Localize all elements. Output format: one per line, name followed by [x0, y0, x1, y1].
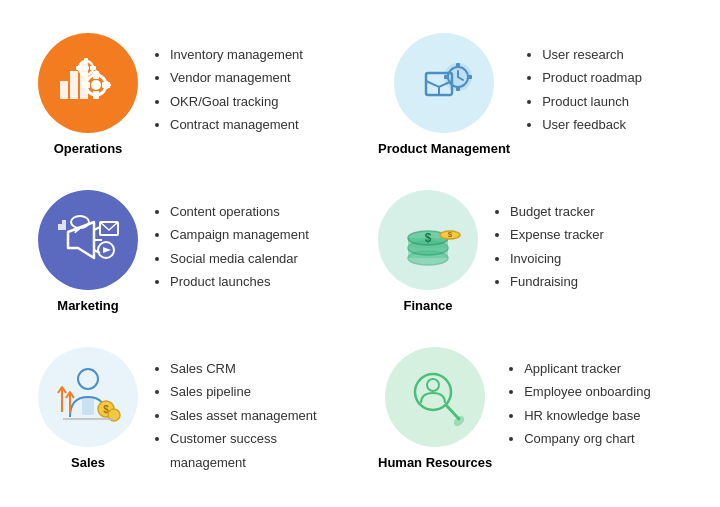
list-item: OKR/Goal tracking — [170, 90, 303, 113]
list-item: Product roadmap — [542, 66, 642, 89]
svg-rect-46 — [82, 397, 94, 415]
product-icon-circle — [394, 33, 494, 133]
list-item: Social media calendar — [170, 247, 309, 270]
svg-text:$: $ — [448, 230, 453, 239]
list-item: Expense tracker — [510, 223, 604, 246]
list-item: Sales CRM — [170, 357, 342, 380]
operations-list: Inventory management Vendor management O… — [152, 43, 303, 137]
operations-label: Operations — [54, 141, 123, 156]
list-item: Sales asset management — [170, 404, 342, 427]
finance-list: Budget tracker Expense tracker Invoicing… — [492, 200, 604, 294]
svg-rect-16 — [90, 66, 96, 70]
finance-icon-circle: $ $ — [378, 190, 478, 290]
icon-area-product: Product Management — [378, 33, 510, 156]
list-item: Applicant tracker — [524, 357, 650, 380]
hr-label: Human Resources — [378, 455, 492, 470]
svg-rect-0 — [60, 81, 68, 99]
svg-rect-13 — [84, 58, 88, 64]
card-sales: $ Sales Sales CRM Sales pipeline Sales a… — [30, 335, 350, 486]
marketing-list: Content operations Campaign management S… — [152, 200, 309, 294]
svg-rect-26 — [467, 75, 472, 79]
sales-icon-circle: $ — [38, 347, 138, 447]
product-icon — [404, 43, 484, 123]
svg-rect-14 — [84, 72, 88, 78]
card-human-resources: Human Resources Applicant tracker Employ… — [370, 335, 690, 486]
marketing-icon — [48, 200, 128, 280]
list-item: Fundraising — [510, 270, 604, 293]
svg-line-55 — [446, 405, 459, 419]
svg-point-54 — [427, 379, 439, 391]
svg-rect-36 — [58, 224, 62, 230]
list-item: Customer success management — [170, 427, 342, 474]
svg-rect-24 — [456, 86, 460, 91]
sales-label: Sales — [71, 455, 105, 470]
svg-rect-7 — [82, 82, 90, 88]
svg-rect-6 — [93, 91, 99, 99]
list-item: Invoicing — [510, 247, 604, 270]
hr-icon-circle — [385, 347, 485, 447]
icon-area-finance: $ $ Finance — [378, 190, 478, 313]
list-item: Contract management — [170, 113, 303, 136]
finance-icon: $ $ — [388, 200, 468, 280]
svg-point-56 — [452, 414, 466, 428]
list-item: Campaign management — [170, 223, 309, 246]
list-item: User feedback — [542, 113, 642, 136]
marketing-icon-circle — [38, 190, 138, 290]
card-operations: Operations Inventory management Vendor m… — [30, 21, 350, 168]
svg-rect-1 — [70, 71, 78, 99]
sales-list: Sales CRM Sales pipeline Sales asset man… — [152, 357, 342, 474]
svg-rect-35 — [62, 220, 66, 230]
list-item: Vendor management — [170, 66, 303, 89]
svg-text:$: $ — [425, 231, 432, 245]
list-item: Company org chart — [524, 427, 650, 450]
svg-rect-25 — [444, 75, 449, 79]
svg-point-4 — [91, 80, 101, 90]
list-item: Content operations — [170, 200, 309, 223]
operations-icon — [48, 43, 128, 123]
list-item: Sales pipeline — [170, 380, 342, 403]
product-list: User research Product roadmap Product la… — [524, 43, 642, 137]
icon-area-sales: $ Sales — [38, 347, 138, 470]
card-marketing: Marketing Content operations Campaign ma… — [30, 178, 350, 325]
card-finance: $ $ Finance Budget tracker Expense track… — [370, 178, 690, 325]
icon-area-operations: Operations — [38, 33, 138, 156]
list-item: Product launches — [170, 270, 309, 293]
finance-label: Finance — [403, 298, 452, 313]
list-item: Budget tracker — [510, 200, 604, 223]
icon-area-hr: Human Resources — [378, 347, 492, 470]
hr-list: Applicant tracker Employee onboarding HR… — [506, 357, 650, 451]
product-label: Product Management — [378, 141, 510, 156]
svg-marker-33 — [103, 247, 111, 253]
list-item: Product launch — [542, 90, 642, 113]
marketing-label: Marketing — [57, 298, 118, 313]
svg-rect-15 — [76, 66, 82, 70]
hr-icon — [395, 357, 475, 437]
main-container: Operations Inventory management Vendor m… — [10, 1, 710, 506]
svg-point-12 — [83, 65, 89, 71]
svg-rect-23 — [456, 63, 460, 68]
card-product-management: Product Management User research Product… — [370, 21, 690, 168]
svg-point-45 — [78, 369, 98, 389]
list-item: HR knowledge base — [524, 404, 650, 427]
list-item: Employee onboarding — [524, 380, 650, 403]
icon-area-marketing: Marketing — [38, 190, 138, 313]
list-item: User research — [542, 43, 642, 66]
list-item: Inventory management — [170, 43, 303, 66]
operations-icon-circle — [38, 33, 138, 133]
sales-icon: $ — [48, 357, 128, 437]
